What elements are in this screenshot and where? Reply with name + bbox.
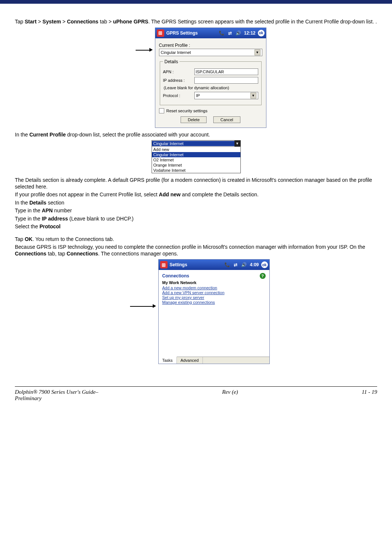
connections-heading: Connections [162, 273, 189, 279]
footer-center: Rev (e) [222, 389, 238, 402]
ip-address-label: IP address : [163, 78, 192, 83]
protocol-label: Protocol : [163, 93, 192, 98]
figure-profile-dropdown: Cingular Internet ▼ Add new Cingular Int… [15, 140, 377, 173]
dropdown-option[interactable]: Orange Internet [152, 162, 240, 168]
paragraph: Type in the APN number [15, 207, 377, 214]
paragraph: Select the Protocol [15, 223, 377, 230]
ip-hint: (Leave blank for dynamic allocation) [164, 86, 258, 90]
details-fieldset: Details APN : IP address : (Leave blank … [160, 59, 262, 105]
connections-window: ⊞ Settings 📞 ⇄ 🔊 4:09 ok Connections ? [158, 259, 270, 364]
header-bar [0, 0, 392, 4]
apn-label: APN : [163, 70, 192, 74]
dropdown-arrow-icon: ▼ [250, 93, 256, 99]
ip-address-input[interactable] [194, 77, 258, 84]
tab-tasks[interactable]: Tasks [159, 357, 177, 364]
gprs-settings-window: ⊞ GPRS Settings 📞 ⇄ 🔊 12:12 ok Current P… [155, 28, 266, 128]
pointer-arrow-head [149, 48, 153, 52]
ok-button[interactable]: ok [261, 261, 268, 268]
details-legend: Details [163, 59, 180, 64]
network-status-icon: ⇄ [228, 30, 232, 36]
footer-rule [15, 386, 377, 387]
paragraph: Because GPRS is ISP technology, you need… [15, 244, 377, 257]
tabs-bar: Tasks Advanced [159, 357, 269, 364]
cancel-button[interactable]: Cancel [213, 116, 240, 123]
reset-security-label: Reset security settings [166, 109, 208, 113]
pointer-arrow-line [136, 50, 150, 51]
page-footer: Dolphin® 7900 Series User's Guide– Preli… [0, 389, 392, 409]
network-group-label: My Work Network [162, 280, 266, 285]
connection-link[interactable]: Set up my proxy server [162, 295, 266, 300]
dropdown-selected: Cingular Internet [152, 141, 234, 146]
reset-security-checkbox[interactable] [159, 108, 164, 113]
paragraph: In the Details section [15, 200, 377, 206]
window-titlebar: ⊞ Settings 📞 ⇄ 🔊 4:09 ok [159, 260, 269, 270]
footer-right: 11 - 19 [362, 389, 377, 402]
dropdown-arrow-icon: ▼ [255, 49, 260, 55]
current-profile-value: Cingular Internet [161, 50, 191, 55]
dropdown-toggle-icon[interactable]: ▼ [234, 141, 240, 147]
paragraph: Type in the IP address (Leave blank to u… [15, 216, 377, 222]
paragraph-instruction-1: Tap Start > System > Connections tab > u… [15, 19, 377, 25]
windows-logo-icon: ⊞ [160, 261, 168, 268]
paragraph: If your profile does not appear in the C… [15, 191, 377, 198]
clock: 12:12 [244, 30, 256, 36]
paragraph: The Details section is already complete.… [15, 177, 377, 190]
apn-input[interactable] [194, 68, 258, 75]
protocol-dropdown[interactable]: IP ▼ [194, 92, 258, 99]
dropdown-option[interactable]: Add new [152, 147, 240, 152]
profile-dropdown-open[interactable]: Cingular Internet ▼ Add new Cingular Int… [152, 140, 241, 173]
connection-link[interactable]: Add a new modem connection [162, 286, 266, 290]
volume-icon: 🔊 [236, 30, 241, 36]
document-body: Tap Start > System > Connections tab > u… [0, 4, 392, 371]
dropdown-option[interactable]: O2 Internet [152, 157, 240, 162]
tab-advanced[interactable]: Advanced [177, 357, 203, 364]
dropdown-option[interactable]: Vodafone Internet [152, 168, 240, 173]
figure-connections: ⊞ Settings 📞 ⇄ 🔊 4:09 ok Connections ? [15, 259, 377, 364]
footer-left: Dolphin® 7900 Series User's Guide– Preli… [15, 389, 98, 402]
windows-logo-icon: ⊞ [157, 29, 164, 37]
phone-status-icon: 📞 [219, 30, 224, 36]
window-title: Settings [170, 262, 187, 267]
protocol-value: IP [196, 93, 200, 98]
pointer-arrow-head [153, 304, 156, 308]
window-titlebar: ⊞ GPRS Settings 📞 ⇄ 🔊 12:12 ok [155, 28, 266, 38]
pointer-arrow-line [130, 306, 154, 307]
figure-gprs-settings: ⊞ GPRS Settings 📞 ⇄ 🔊 12:12 ok Current P… [15, 28, 377, 128]
current-profile-dropdown[interactable]: Cingular Internet ▼ [159, 49, 262, 56]
network-status-icon: ⇄ [234, 262, 237, 267]
paragraph-instruction-2: In the Current Profile drop-down list, s… [15, 132, 377, 138]
delete-button[interactable]: Delete [181, 116, 207, 123]
window-title: GPRS Settings [166, 30, 198, 36]
ok-button[interactable]: ok [258, 30, 265, 36]
help-icon[interactable]: ? [260, 273, 266, 279]
connection-link[interactable]: Manage existing connections [162, 300, 266, 305]
clock: 4:09 [250, 262, 259, 267]
connection-link[interactable]: Add a new VPN server connection [162, 290, 266, 295]
paragraph: Tap OK. You return to the Connections ta… [15, 236, 377, 243]
dropdown-option[interactable]: Cingular Internet [152, 152, 240, 157]
phone-status-icon: 📞 [224, 262, 230, 267]
current-profile-label: Current Profile : [159, 43, 262, 48]
volume-icon: 🔊 [241, 262, 247, 267]
